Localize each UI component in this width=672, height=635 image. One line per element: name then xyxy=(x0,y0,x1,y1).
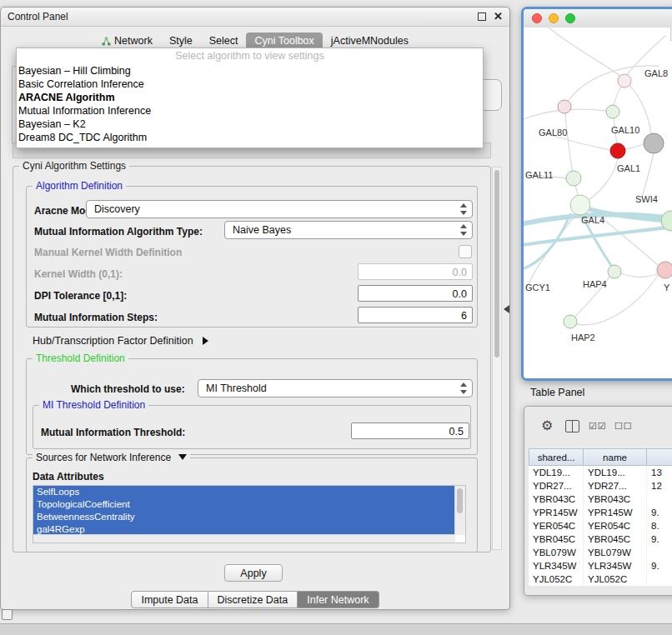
table-cell[interactable]: YJL052C xyxy=(529,572,584,586)
tab-infer-network[interactable]: Infer Network xyxy=(298,591,379,608)
table-cell[interactable]: YLR345W xyxy=(529,559,584,572)
table-cell[interactable]: 9. xyxy=(647,532,672,546)
table-row[interactable]: YER054CYER054C8. xyxy=(529,519,672,532)
deselect-all-columns-icon[interactable]: ☐☐ xyxy=(614,415,633,437)
which-threshold-select[interactable]: MI Threshold xyxy=(198,379,473,398)
network-edge[interactable] xyxy=(549,28,619,76)
tab-jactivemnodules[interactable]: jActiveMNodules xyxy=(323,32,417,49)
network-node[interactable] xyxy=(606,105,619,118)
table-cell[interactable]: 8. xyxy=(647,519,672,532)
attribute-item-gal4rgexp[interactable]: gal4RGexp xyxy=(33,523,455,535)
restore-icon[interactable] xyxy=(478,12,486,21)
table-cell[interactable]: YLR345W xyxy=(584,559,647,572)
network-edge[interactable] xyxy=(621,272,662,277)
table-cell[interactable]: 9. xyxy=(647,559,672,572)
network-node[interactable] xyxy=(644,133,664,153)
table-cell[interactable]: YDR27... xyxy=(529,479,584,492)
column-header-2[interactable]: name xyxy=(584,448,647,466)
table-cell[interactable]: YPR145W xyxy=(529,506,584,519)
close-icon[interactable]: ✕ xyxy=(494,8,503,26)
list-vertical-scrollbar[interactable] xyxy=(454,486,465,535)
network-node[interactable] xyxy=(657,262,672,278)
network-edge[interactable] xyxy=(625,144,644,149)
sources-expander[interactable]: Sources for Network Inference xyxy=(33,452,190,463)
scrollbar-thumb[interactable] xyxy=(457,488,463,513)
control-panel-titlebar[interactable]: Control Panel ✕ xyxy=(1,8,509,27)
settings-scrollbar[interactable] xyxy=(492,167,502,550)
tab-cyni-toolbox[interactable]: Cyni Toolbox xyxy=(246,32,322,49)
network-node[interactable] xyxy=(618,74,631,88)
algorithm-option-aracne-algorithm[interactable]: ARACNE Algorithm xyxy=(17,91,483,104)
table-row[interactable]: YBL079WYBL079W xyxy=(529,546,672,559)
network-edge[interactable] xyxy=(564,107,574,178)
dpi-tolerance-field[interactable]: 0.0 xyxy=(358,285,473,302)
attribute-item-betweennesscentrality[interactable]: BetweennessCentrality xyxy=(33,511,455,523)
table-cell[interactable]: YBR043C xyxy=(584,492,647,506)
table-cell[interactable]: 9. xyxy=(647,506,672,519)
table-cell[interactable]: YBR043C xyxy=(529,492,584,506)
table-row[interactable]: YPR145WYPR145W9. xyxy=(529,506,672,519)
hub-tf-definition-expander[interactable]: Hub/Transcription Factor Definition xyxy=(33,335,208,347)
table-cell[interactable]: YBR045C xyxy=(529,532,584,546)
network-edge[interactable] xyxy=(589,158,618,200)
network-node[interactable] xyxy=(558,100,571,113)
mi-threshold-field[interactable]: 0.5 xyxy=(351,422,469,439)
mi-steps-field[interactable]: 6 xyxy=(358,307,473,323)
network-node[interactable] xyxy=(610,143,625,158)
attribute-item-selfloops[interactable]: SelfLoops xyxy=(33,486,455,498)
table-row[interactable]: YLR345WYLR345W9. xyxy=(529,559,672,572)
table-cell[interactable]: 13 xyxy=(647,466,672,479)
table-row[interactable]: YDL19...YDL19...13 xyxy=(529,466,672,479)
table-row[interactable]: YBR043CYBR043C xyxy=(529,492,672,506)
table-cell[interactable]: YDR27... xyxy=(584,479,647,492)
network-canvas[interactable]: GAL8GAL80GAL10GAL11GAL1SWI4GAL4GCY1HAP4Y… xyxy=(524,28,672,378)
table-cell[interactable] xyxy=(647,546,672,559)
table-cell[interactable]: YER054C xyxy=(529,519,584,532)
show-columns-icon[interactable] xyxy=(565,420,579,432)
apply-button[interactable]: Apply xyxy=(224,564,283,582)
network-window-titlebar[interactable] xyxy=(524,9,672,28)
network-node[interactable] xyxy=(566,171,581,186)
attribute-item-topologicalcoefficient[interactable]: TopologicalCoefficient xyxy=(33,498,455,511)
tab-select[interactable]: Select xyxy=(201,32,247,49)
table-cell[interactable]: YER054C xyxy=(584,519,647,532)
table-cell[interactable]: YDL19... xyxy=(584,466,647,479)
zoom-traffic-light-icon[interactable] xyxy=(565,13,575,23)
table-cell[interactable]: YPR145W xyxy=(584,506,647,519)
settings-gear-icon[interactable]: ⚙ xyxy=(541,415,553,437)
table-cell[interactable]: YBL079W xyxy=(529,546,584,559)
select-all-columns-icon[interactable]: ☑☑ xyxy=(589,415,607,437)
network-node[interactable] xyxy=(570,195,590,215)
panel-collapse-arrow-icon[interactable] xyxy=(504,305,509,313)
tab-network[interactable]: Network xyxy=(93,32,161,49)
minimize-traffic-light-icon[interactable] xyxy=(549,13,559,23)
network-edge[interactable] xyxy=(642,153,654,197)
aracne-mode-select[interactable]: Discovery xyxy=(86,200,473,218)
table-row[interactable]: YBR045CYBR045C9. xyxy=(529,532,672,546)
column-header-1[interactable]: shared... xyxy=(529,448,584,466)
tab-style[interactable]: Style xyxy=(161,32,201,49)
table-row[interactable]: YJL052CYJL052C xyxy=(529,572,672,586)
table-cell[interactable]: YDL19... xyxy=(529,466,584,479)
table-cell[interactable]: YJL052C xyxy=(584,572,647,586)
column-header-3[interactable] xyxy=(647,448,672,466)
algorithm-option-basic-correlation-inference[interactable]: Basic Correlation Inference xyxy=(17,78,483,91)
scrollbar-thumb[interactable] xyxy=(494,170,499,358)
algorithm-option-dream8-dc-tdc-algorithm[interactable]: Dream8 DC_TDC Algorithm xyxy=(17,131,483,144)
table-row[interactable]: YDR27...YDR27...12 xyxy=(529,479,672,492)
tab-impute-data[interactable]: Impute Data xyxy=(131,591,208,608)
table-cell[interactable] xyxy=(647,492,672,506)
minimized-panel-icon[interactable] xyxy=(2,609,13,620)
list-horizontal-scrollbar[interactable] xyxy=(33,534,455,542)
table-cell[interactable] xyxy=(647,572,672,586)
close-traffic-light-icon[interactable] xyxy=(532,13,542,23)
table-cell[interactable]: YBL079W xyxy=(584,546,647,559)
algorithm-option-mutual-information-inference[interactable]: Mutual Information Inference xyxy=(17,104,483,118)
algorithm-option-bayesian-hill-climbing[interactable]: Bayesian – Hill Climbing xyxy=(17,64,483,78)
network-node[interactable] xyxy=(564,315,577,328)
network-node[interactable] xyxy=(608,265,621,278)
mi-type-select[interactable]: Naive Bayes xyxy=(224,221,473,239)
algorithm-option-bayesian-k2[interactable]: Bayesian – K2 xyxy=(17,118,483,131)
table-cell[interactable]: 12 xyxy=(647,479,672,492)
tab-discretize-data[interactable]: Discretize Data xyxy=(208,591,298,608)
